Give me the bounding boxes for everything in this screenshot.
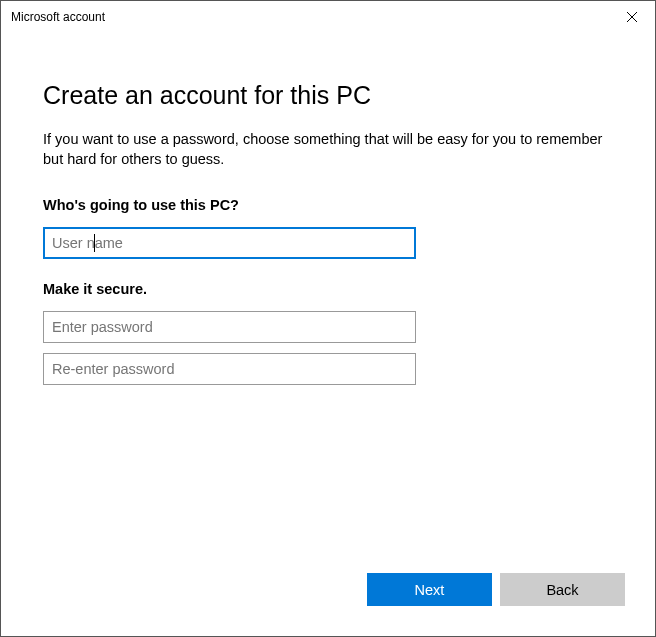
password-section: Make it secure.	[43, 281, 613, 385]
window-title: Microsoft account	[11, 10, 105, 24]
content-area: Create an account for this PC If you wan…	[1, 33, 655, 385]
password-input[interactable]	[43, 311, 416, 343]
username-input[interactable]	[43, 227, 416, 259]
username-section: Who's going to use this PC?	[43, 197, 613, 259]
confirm-password-input[interactable]	[43, 353, 416, 385]
next-button[interactable]: Next	[367, 573, 492, 606]
page-heading: Create an account for this PC	[43, 81, 613, 110]
back-button[interactable]: Back	[500, 573, 625, 606]
close-button[interactable]	[609, 1, 655, 33]
page-description: If you want to use a password, choose so…	[43, 130, 613, 169]
username-input-wrap	[43, 227, 416, 259]
password-section-label: Make it secure.	[43, 281, 613, 297]
username-section-label: Who's going to use this PC?	[43, 197, 613, 213]
close-icon	[627, 12, 637, 22]
button-row: Next Back	[367, 573, 625, 606]
titlebar: Microsoft account	[1, 1, 655, 33]
